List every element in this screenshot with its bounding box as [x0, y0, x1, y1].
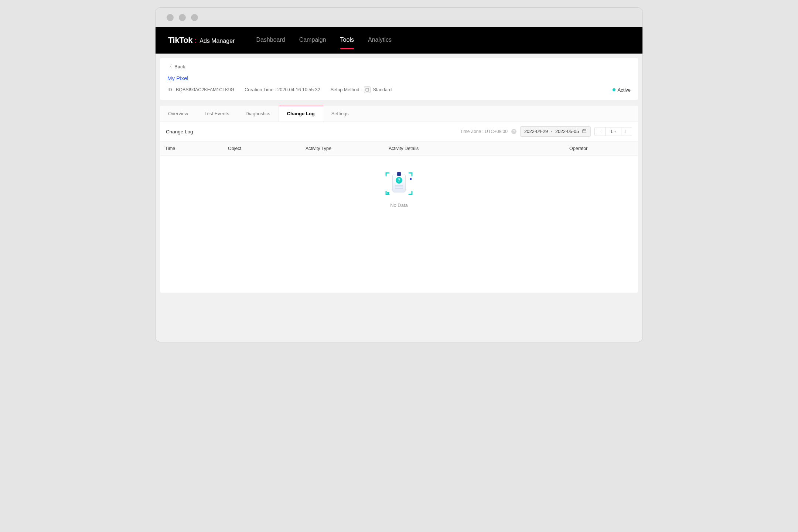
pixel-creation-time: Creation Time : 2020-04-16 10:55:32	[245, 87, 320, 92]
tab-change-log[interactable]: Change Log	[279, 106, 323, 122]
window-dot	[167, 14, 174, 21]
chevron-left-icon: 〈	[167, 63, 172, 70]
nav-item-tools[interactable]: Tools	[340, 37, 354, 44]
help-icon[interactable]: ?	[511, 129, 516, 134]
setup-method-label: Setup Method :	[331, 87, 362, 92]
page-body: 〈 Back My Pixel ID : BQBSI90AC2KFAM1CLK9…	[156, 54, 642, 342]
th-time: Time	[160, 141, 223, 156]
svg-rect-0	[366, 88, 369, 91]
svg-rect-7	[395, 185, 403, 187]
tab-diagnostics[interactable]: Diagnostics	[237, 106, 278, 122]
timezone-label: Time Zone : UTC+08:00	[460, 129, 508, 134]
pager-prev-button[interactable]: 〈	[595, 127, 605, 136]
window-dot	[191, 14, 198, 21]
status-label: Active	[618, 87, 631, 93]
date-start: 2022-04-29	[524, 129, 548, 134]
change-log-toolbar: Change Log Time Zone : UTC+08:00 ? 2022-…	[160, 122, 638, 141]
browser-window: TikTok: Ads Manager Dashboard Campaign T…	[155, 7, 643, 342]
th-operator: Operator	[564, 141, 638, 156]
pixel-status: Active	[613, 87, 631, 93]
date-end: 2022-05-05	[555, 129, 579, 134]
nav-item-analytics[interactable]: Analytics	[368, 37, 392, 44]
pixel-meta-row: ID : BQBSI90AC2KFAM1CLK9G Creation Time …	[167, 86, 631, 93]
back-label: Back	[174, 64, 185, 69]
nav-item-campaign[interactable]: Campaign	[299, 37, 326, 44]
setup-method-value: Standard	[373, 87, 392, 92]
pixel-name-link[interactable]: My Pixel	[167, 75, 631, 81]
svg-rect-9	[410, 178, 412, 180]
th-object: Object	[223, 141, 300, 156]
brand-name: TikTok	[168, 35, 192, 45]
date-separator: -	[551, 129, 552, 134]
pager-next-button[interactable]: 〉	[621, 127, 632, 136]
pixel-header-card: 〈 Back My Pixel ID : BQBSI90AC2KFAM1CLK9…	[160, 58, 638, 100]
tab-settings[interactable]: Settings	[323, 106, 357, 122]
window-dot	[179, 14, 186, 21]
date-range-picker[interactable]: 2022-04-29 - 2022-05-05	[520, 126, 591, 137]
no-data-icon: ?	[385, 171, 413, 197]
brand-sub: Ads Manager	[200, 38, 235, 44]
svg-point-10	[387, 192, 389, 194]
back-button[interactable]: 〈 Back	[167, 63, 631, 70]
nav-items: Dashboard Campaign Tools Analytics	[256, 37, 392, 44]
brand-logo: TikTok: Ads Manager	[168, 35, 235, 45]
status-dot-icon	[613, 88, 615, 91]
svg-text:?: ?	[398, 178, 400, 183]
pager-page-number: 1	[610, 129, 613, 134]
svg-rect-8	[395, 188, 403, 189]
window-chrome	[156, 8, 642, 27]
tab-bar: Overview Test Events Diagnostics Change …	[160, 106, 638, 122]
pagination: 〈 1 ▾ 〉	[594, 127, 632, 136]
table-header: Time Object Activity Type Activity Detai…	[160, 141, 638, 156]
th-activity-type: Activity Type	[300, 141, 383, 156]
pixel-id: ID : BQBSI90AC2KFAM1CLK9G	[167, 87, 234, 92]
nav-item-dashboard[interactable]: Dashboard	[256, 37, 285, 44]
top-nav: TikTok: Ads Manager Dashboard Campaign T…	[156, 27, 642, 54]
calendar-icon	[582, 129, 587, 134]
tab-overview[interactable]: Overview	[160, 106, 196, 122]
pixel-setup-method: Setup Method : Standard	[331, 86, 392, 93]
svg-rect-1	[583, 130, 586, 133]
pager-page-select[interactable]: 1 ▾	[605, 127, 621, 136]
chevron-down-icon: ▾	[614, 130, 616, 133]
empty-state: ? No Data	[160, 156, 638, 293]
content-section: Overview Test Events Diagnostics Change …	[160, 106, 638, 293]
brand-colon-icon: :	[194, 35, 197, 45]
svg-rect-4	[397, 172, 401, 176]
code-icon	[364, 86, 371, 93]
section-title: Change Log	[166, 129, 193, 134]
empty-label: No Data	[390, 202, 408, 208]
th-activity-details: Activity Details	[383, 141, 564, 156]
tab-test-events[interactable]: Test Events	[196, 106, 237, 122]
